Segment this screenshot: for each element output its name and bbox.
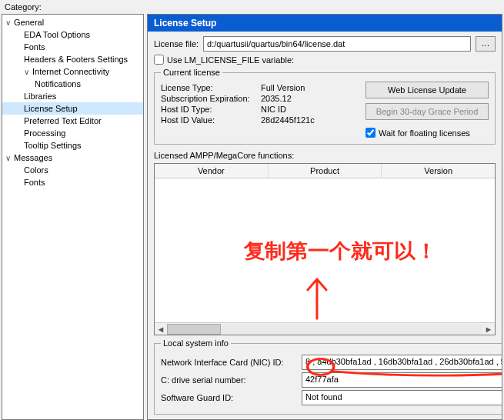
subscription-expiration-label: Subscription Expiration: <box>161 94 261 103</box>
tree-item-tooltip-settings[interactable]: Tooltip Settings <box>2 139 143 152</box>
license-type-value: Full Version <box>261 83 305 92</box>
functions-table[interactable]: Vendor Product Version 复制第一个就可以！ <box>154 163 496 335</box>
tree-item-fonts[interactable]: Fonts <box>2 41 143 53</box>
handwritten-annotation: 复制第一个就可以！ <box>155 178 495 322</box>
tree-item-processing[interactable]: Processing <box>2 127 143 139</box>
use-lm-checkbox[interactable]: Use LM_LICENSE_FILE variable: <box>154 55 496 65</box>
category-tree[interactable]: ∨General EDA Tool Options Fonts Headers … <box>2 14 144 420</box>
wait-floating-checkbox-input[interactable] <box>365 128 375 138</box>
tree-item-internet[interactable]: ∨Internet Connectivity <box>2 65 143 78</box>
category-label: Category: <box>0 0 504 14</box>
functions-label: Licensed AMPP/MegaCore functions: <box>154 151 496 160</box>
tree-item-libraries[interactable]: Libraries <box>2 90 143 102</box>
tree-item-eda[interactable]: EDA Tool Options <box>2 28 143 41</box>
wait-floating-label: Wait for floating licenses <box>379 128 470 138</box>
column-version[interactable]: Version <box>382 164 495 178</box>
horizontal-scrollbar[interactable]: ◄ ► <box>155 322 495 335</box>
host-id-value-value: 28d2445f121c <box>261 115 315 125</box>
begin-grace-period-button[interactable]: Begin 30-day Grace Period <box>365 103 489 120</box>
use-lm-label: Use LM_LICENSE_FILE variable: <box>167 55 294 65</box>
tree-item-messages-fonts[interactable]: Fonts <box>2 176 143 188</box>
license-type-label: License Type: <box>161 83 261 92</box>
browse-button[interactable]: … <box>476 36 496 52</box>
nic-id-label: Network Interface Card (NIC) ID: <box>161 358 295 367</box>
column-vendor[interactable]: Vendor <box>155 164 269 178</box>
panel-title: License Setup <box>148 15 502 32</box>
tree-item-license-setup[interactable]: License Setup <box>2 102 143 115</box>
host-id-value-label: Host ID Value: <box>161 115 261 125</box>
tree-item-colors[interactable]: Colors <box>2 164 143 176</box>
web-license-update-button[interactable]: Web License Update <box>365 82 489 98</box>
wait-floating-checkbox[interactable]: Wait for floating licenses <box>365 128 489 138</box>
local-system-info-legend: Local system info <box>161 338 231 348</box>
chevron-down-icon: ∨ <box>4 154 12 162</box>
nic-id-value[interactable]: 8 , a4db30bfa1ad , 16db30bfa1ad , 26db30… <box>302 355 502 370</box>
tree-item-headers-footers[interactable]: Headers & Footers Settings <box>2 53 143 65</box>
software-guard-id-value[interactable]: Not found <box>302 390 502 405</box>
host-id-type-value: NIC ID <box>261 105 286 114</box>
subscription-expiration-value: 2035.12 <box>261 94 292 103</box>
chevron-down-icon: ∨ <box>4 18 12 27</box>
tree-item-notifications[interactable]: Notifications <box>2 78 143 90</box>
use-lm-checkbox-input[interactable] <box>154 55 164 65</box>
tree-item-general[interactable]: ∨General <box>2 16 143 28</box>
scroll-left-icon[interactable]: ◄ <box>155 325 167 334</box>
svg-text:复制第一个就可以！: 复制第一个就可以！ <box>242 240 437 262</box>
scroll-right-icon[interactable]: ► <box>482 325 495 334</box>
tree-item-messages[interactable]: ∨Messages <box>2 152 143 164</box>
current-license-legend: Current license <box>161 68 222 77</box>
column-product[interactable]: Product <box>269 164 382 178</box>
software-guard-id-label: Software Guard ID: <box>161 393 295 402</box>
tree-item-preferred-text-editor[interactable]: Preferred Text Editor <box>2 115 143 127</box>
license-file-label: License file: <box>154 39 199 48</box>
scroll-thumb[interactable] <box>167 324 221 335</box>
chevron-down-icon: ∨ <box>22 68 31 76</box>
c-drive-serial-value[interactable]: 42f77afa <box>302 372 502 388</box>
license-file-input[interactable] <box>203 36 471 52</box>
c-drive-serial-label: C: drive serial number: <box>161 375 295 385</box>
host-id-type-label: Host ID Type: <box>161 105 261 114</box>
